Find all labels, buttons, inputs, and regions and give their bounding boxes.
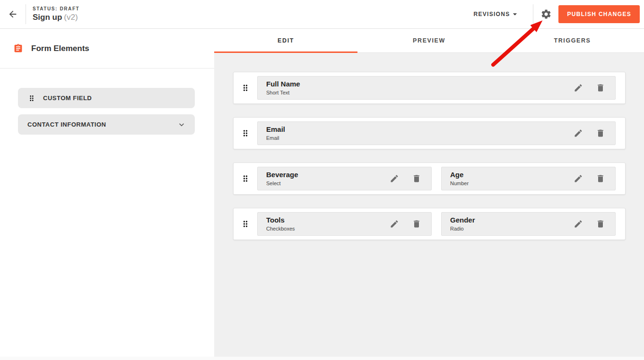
- field-title: Tools: [266, 216, 390, 224]
- delete-field-button[interactable]: [596, 83, 605, 93]
- field-age[interactable]: Age Number: [441, 167, 616, 190]
- caret-down-icon: [510, 9, 520, 19]
- tab-preview[interactable]: PREVIEW: [357, 29, 501, 52]
- trash-icon: [412, 219, 421, 229]
- field-type: Short Text: [266, 90, 574, 95]
- edit-field-button[interactable]: [574, 83, 583, 93]
- tab-edit[interactable]: EDIT: [214, 29, 357, 52]
- sidebar-list: CUSTOM FIELD CONTACT INFORMATION: [0, 69, 214, 135]
- edit-field-button[interactable]: [574, 219, 583, 229]
- bottom-strip: [0, 357, 644, 360]
- arrow-left-icon: [8, 9, 18, 19]
- field-title: Beverage: [266, 171, 390, 179]
- main-area: EDIT PREVIEW TRIGGERS Full Name Short Te…: [214, 29, 644, 357]
- drag-handle-icon[interactable]: [234, 129, 257, 138]
- tab-bar: EDIT PREVIEW TRIGGERS: [214, 29, 644, 53]
- field-title: Gender: [450, 216, 574, 224]
- trash-icon: [596, 83, 605, 93]
- pencil-icon: [574, 129, 583, 138]
- field-email[interactable]: Email Email: [257, 121, 616, 145]
- delete-field-button[interactable]: [596, 129, 605, 138]
- field-beverage[interactable]: Beverage Select: [257, 167, 432, 190]
- sidebar-title: Form Elements: [31, 44, 89, 53]
- pencil-icon: [574, 174, 583, 183]
- drag-handle-icon[interactable]: [234, 174, 257, 183]
- settings-gear-button[interactable]: [540, 9, 552, 20]
- field-row: Beverage Select: [233, 163, 626, 195]
- field-row: Email Email: [233, 117, 626, 149]
- edit-field-button[interactable]: [574, 174, 583, 183]
- page-title: Sign up: [33, 13, 62, 22]
- revisions-label: REVISIONS: [473, 11, 510, 17]
- field-type: Select: [266, 180, 390, 186]
- sidebar-item-contact-information[interactable]: CONTACT INFORMATION: [18, 114, 195, 135]
- edit-field-button[interactable]: [574, 129, 583, 138]
- field-type: Number: [450, 180, 574, 186]
- chevron-down-icon: [177, 120, 186, 129]
- status-label: STATUS: DRAFT: [33, 6, 79, 12]
- field-title: Full Name: [266, 80, 574, 88]
- trash-icon: [596, 174, 605, 183]
- sidebar-item-label: CUSTOM FIELD: [43, 94, 92, 102]
- delete-field-button[interactable]: [412, 219, 421, 229]
- divider: [26, 4, 26, 24]
- sidebar-header: Form Elements: [0, 29, 214, 69]
- pencil-icon: [390, 174, 399, 183]
- revisions-dropdown-button[interactable]: REVISIONS: [471, 7, 522, 22]
- field-type: Radio: [450, 226, 574, 231]
- title-block: STATUS: DRAFT Sign up(v2): [33, 6, 79, 22]
- pencil-icon: [390, 219, 399, 229]
- drag-handle-icon: [27, 94, 36, 103]
- field-tools[interactable]: Tools Checkboxes: [257, 212, 432, 236]
- field-full-name[interactable]: Full Name Short Text: [257, 76, 616, 100]
- back-button[interactable]: [0, 0, 26, 28]
- edit-field-button[interactable]: [390, 174, 399, 183]
- edit-field-button[interactable]: [390, 219, 399, 229]
- field-row: Full Name Short Text: [233, 72, 626, 104]
- top-bar: STATUS: DRAFT Sign up(v2) REVISIONS PUBL…: [0, 0, 644, 29]
- tab-triggers[interactable]: TRIGGERS: [501, 29, 644, 52]
- field-title: Email: [266, 126, 574, 134]
- sidebar: Form Elements CUSTOM FIELD CONTACT INFOR…: [0, 29, 214, 357]
- delete-field-button[interactable]: [412, 174, 421, 183]
- pencil-icon: [574, 219, 583, 229]
- drag-handle-icon[interactable]: [234, 83, 257, 93]
- delete-field-button[interactable]: [596, 174, 605, 183]
- sidebar-item-custom-field[interactable]: CUSTOM FIELD: [18, 88, 195, 108]
- trash-icon: [596, 219, 605, 229]
- field-title: Age: [450, 171, 574, 179]
- trash-icon: [412, 174, 421, 183]
- pencil-icon: [574, 83, 583, 93]
- field-row: Tools Checkboxes: [233, 208, 626, 240]
- drag-handle-icon[interactable]: [234, 219, 257, 229]
- divider: [533, 4, 533, 24]
- trash-icon: [596, 129, 605, 138]
- delete-field-button[interactable]: [596, 219, 605, 229]
- field-type: Checkboxes: [266, 226, 390, 231]
- version-label: (v2): [64, 13, 78, 22]
- sidebar-item-label: CONTACT INFORMATION: [27, 121, 106, 128]
- field-gender[interactable]: Gender Radio: [441, 212, 616, 236]
- form-canvas: Full Name Short Text: [214, 53, 644, 357]
- gear-icon: [540, 9, 552, 20]
- publish-changes-button[interactable]: PUBLISH CHANGES: [558, 5, 640, 23]
- field-type: Email: [266, 135, 574, 141]
- clipboard-icon: [13, 43, 23, 53]
